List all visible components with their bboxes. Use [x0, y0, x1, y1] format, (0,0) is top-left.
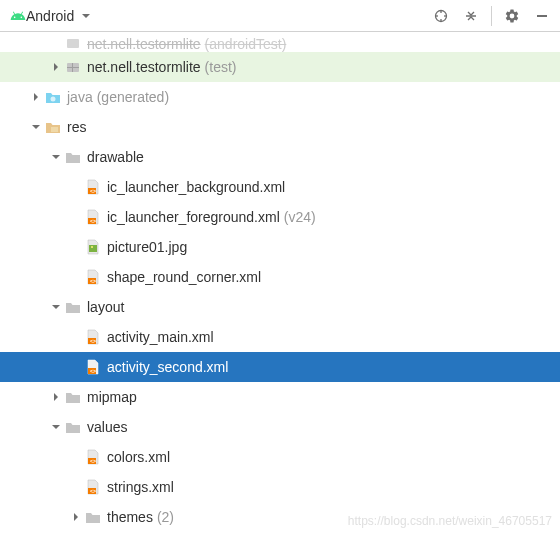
chevron-down-icon[interactable] — [28, 119, 44, 135]
select-opened-icon[interactable] — [429, 4, 453, 28]
folder-icon — [64, 148, 82, 166]
hide-icon[interactable] — [530, 4, 554, 28]
tree-row-picture[interactable]: picture01.jpg — [0, 232, 560, 262]
view-selector[interactable]: Android — [6, 6, 98, 26]
collapse-all-icon[interactable] — [459, 4, 483, 28]
view-label: Android — [26, 8, 74, 24]
tree-row-cutoff[interactable]: net.nell.testormlite (androidTest) — [0, 34, 560, 52]
chevron-down-icon[interactable] — [48, 299, 64, 315]
svg-text:<>: <> — [90, 218, 96, 224]
svg-point-18 — [91, 246, 93, 248]
tree-row-values[interactable]: values — [0, 412, 560, 442]
tree-row-activity-main[interactable]: <> activity_main.xml — [0, 322, 560, 352]
tree-row-java-generated[interactable]: java (generated) — [0, 82, 560, 112]
svg-rect-17 — [89, 245, 97, 252]
tree-row-colors[interactable]: <> colors.xml — [0, 442, 560, 472]
svg-text:<>: <> — [90, 368, 96, 374]
svg-rect-7 — [67, 39, 79, 48]
tree-row-ic-bg[interactable]: <> ic_launcher_background.xml — [0, 172, 560, 202]
xml-file-icon: <> — [84, 208, 102, 226]
chevron-right-icon[interactable] — [48, 59, 64, 75]
chevron-down-icon — [78, 8, 94, 24]
xml-file-icon: <> — [84, 478, 102, 496]
svg-text:<>: <> — [90, 338, 96, 344]
svg-rect-10 — [72, 63, 73, 72]
chevron-down-icon[interactable] — [48, 149, 64, 165]
separator — [491, 6, 492, 26]
xml-file-icon: <> — [84, 328, 102, 346]
package-icon — [64, 34, 82, 52]
svg-point-11 — [51, 97, 56, 102]
svg-text:<>: <> — [90, 488, 96, 494]
folder-res-icon — [44, 118, 62, 136]
tree-row-ic-fg[interactable]: <> ic_launcher_foreground.xml (v24) — [0, 202, 560, 232]
chevron-down-icon[interactable] — [48, 419, 64, 435]
svg-rect-6 — [537, 15, 547, 17]
tree-row-layout[interactable]: layout — [0, 292, 560, 322]
tree-row-drawable[interactable]: drawable — [0, 142, 560, 172]
project-toolbar: Android — [0, 0, 560, 32]
svg-text:<>: <> — [90, 188, 96, 194]
xml-file-icon: <> — [84, 178, 102, 196]
folder-icon — [64, 298, 82, 316]
tree-row-strings[interactable]: <> strings.xml — [0, 472, 560, 502]
chevron-right-icon[interactable] — [48, 389, 64, 405]
android-icon — [10, 8, 26, 24]
folder-icon — [84, 508, 102, 526]
svg-text:<>: <> — [90, 458, 96, 464]
svg-rect-12 — [51, 127, 58, 132]
svg-text:<>: <> — [90, 278, 96, 284]
project-tree: net.nell.testormlite (androidTest) net.n… — [0, 32, 560, 532]
chevron-right-icon[interactable] — [28, 89, 44, 105]
folder-generated-icon — [44, 88, 62, 106]
tree-row-shape[interactable]: <> shape_round_corner.xml — [0, 262, 560, 292]
image-file-icon — [84, 238, 102, 256]
folder-icon — [64, 418, 82, 436]
xml-file-icon: <> — [84, 358, 102, 376]
tree-row-themes[interactable]: themes (2) — [0, 502, 560, 532]
folder-icon — [64, 388, 82, 406]
tree-row-test-package[interactable]: net.nell.testormlite (test) — [0, 52, 560, 82]
gear-icon[interactable] — [500, 4, 524, 28]
chevron-right-icon[interactable] — [68, 509, 84, 525]
tree-row-mipmap[interactable]: mipmap — [0, 382, 560, 412]
xml-file-icon: <> — [84, 268, 102, 286]
tree-row-res[interactable]: res — [0, 112, 560, 142]
xml-file-icon: <> — [84, 448, 102, 466]
package-icon — [64, 58, 82, 76]
tree-row-activity-second[interactable]: <> activity_second.xml — [0, 352, 560, 382]
